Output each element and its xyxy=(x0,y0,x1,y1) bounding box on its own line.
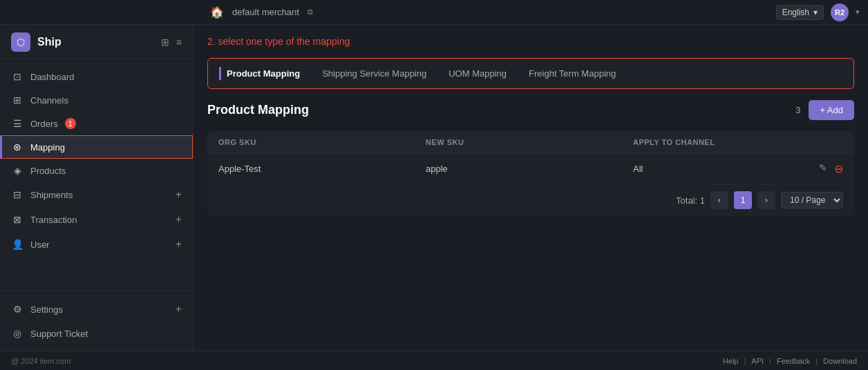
sidebar-item-orders[interactable]: ☰ Orders 1 xyxy=(0,112,193,135)
tab-freight-term-mapping[interactable]: Freight Term Mapping xyxy=(529,67,616,80)
table-header: ORG SKU NEW SKU APPLY TO CHANNEL xyxy=(207,131,854,154)
settings-plus-icon[interactable]: + xyxy=(176,303,182,315)
header-apply-to-channel: APPLY TO CHANNEL xyxy=(633,138,788,146)
tab-uom-mapping[interactable]: UOM Mapping xyxy=(449,67,507,80)
pagination-row: Total: 1 ‹ 1 › 10 / Page 20 / Page 50 / … xyxy=(207,184,854,216)
lang-chevron: ▾ xyxy=(813,8,818,17)
logo-icon: ⬡ xyxy=(11,32,30,52)
sidebar-item-transaction[interactable]: ⊠ Transaction + xyxy=(0,207,193,232)
tab-product-mapping[interactable]: Product Mapping xyxy=(219,67,300,80)
cell-actions: ✎ ⊖ xyxy=(788,162,843,175)
footer-download[interactable]: Download xyxy=(823,357,857,365)
channels-icon: ⊞ xyxy=(11,95,23,106)
mapping-icon: ⊛ xyxy=(11,142,23,153)
products-icon: ◈ xyxy=(11,165,23,176)
dashboard-icon: ⊡ xyxy=(11,71,23,82)
content-area: 2. select one type of the mapping Produc… xyxy=(194,25,868,351)
settings-icon: ⚙ xyxy=(11,304,23,315)
table-row: Apple-Test apple All ✎ ⊖ xyxy=(207,154,854,184)
sidebar-item-settings[interactable]: ⚙ Settings + xyxy=(0,297,193,322)
pagination-next[interactable]: › xyxy=(757,191,775,209)
shipments-plus-icon[interactable]: + xyxy=(176,188,182,201)
footer-api[interactable]: API xyxy=(751,357,764,365)
sidebar-item-label: Channels xyxy=(30,95,68,106)
sidebar-item-label: Dashboard xyxy=(30,72,75,82)
sidebar-nav: ⊡ Dashboard ⊞ Channels ☰ Orders 1 ⊛ Mapp… xyxy=(0,59,193,291)
sidebar-item-label: Settings xyxy=(30,304,63,315)
sidebar-item-products[interactable]: ◈ Products xyxy=(0,159,193,182)
sidebar-item-shipments[interactable]: ⊟ Shipments + xyxy=(0,182,193,207)
orders-icon: ☰ xyxy=(11,118,23,129)
sidebar-item-label: User xyxy=(30,240,49,250)
sidebar-header-icons: ⊞ ≡ xyxy=(161,37,182,48)
footer-help[interactable]: Help xyxy=(723,357,739,365)
sidebar-item-dashboard[interactable]: ⊡ Dashboard xyxy=(0,65,193,88)
avatar-button[interactable]: R2 xyxy=(831,3,849,21)
cell-org-sku: Apple-Test xyxy=(218,164,426,174)
topbar: 🏠 default merchant ⧉ English ▾ R2 ▾ xyxy=(0,0,868,25)
sidebar: ⬡ Ship ⊞ ≡ ⊡ Dashboard ⊞ Channels ☰ Orde… xyxy=(0,25,194,351)
pagination-prev[interactable]: ‹ xyxy=(710,191,728,209)
header-org-sku: ORG SKU xyxy=(218,138,426,146)
avatar-chevron[interactable]: ▾ xyxy=(856,8,860,17)
sidebar-item-label: Support Ticket xyxy=(30,329,88,339)
transaction-icon: ⊠ xyxy=(11,214,23,225)
sidebar-header: ⬡ Ship ⊞ ≡ xyxy=(0,25,193,59)
footer: @ 2024 item.com Help | API | Feedback | … xyxy=(0,351,868,370)
copy-icon[interactable]: ⧉ xyxy=(308,8,313,17)
user-plus-icon[interactable]: + xyxy=(176,238,182,251)
sidebar-item-mapping[interactable]: ⊛ Mapping xyxy=(0,135,193,159)
sidebar-item-label: Shipments xyxy=(30,190,73,200)
menu-icon[interactable]: ≡ xyxy=(176,37,182,48)
mapping-table: ORG SKU NEW SKU APPLY TO CHANNEL Apple-T… xyxy=(207,131,854,216)
topbar-right: English ▾ R2 ▾ xyxy=(776,3,860,21)
section-header: Product Mapping 3 + Add xyxy=(207,100,854,120)
orders-badge: 1 xyxy=(65,118,76,129)
main-layout: ⬡ Ship ⊞ ≡ ⊡ Dashboard ⊞ Channels ☰ Orde… xyxy=(0,25,868,351)
shipments-icon: ⊟ xyxy=(11,189,23,200)
cell-new-sku: apple xyxy=(426,164,633,174)
transaction-plus-icon[interactable]: + xyxy=(176,213,182,226)
sidebar-item-support[interactable]: ◎ Support Ticket xyxy=(0,322,193,345)
cell-apply-to-channel: All xyxy=(633,164,788,174)
pagination-total: Total: 1 xyxy=(676,195,705,206)
pagination-page-1[interactable]: 1 xyxy=(734,191,752,209)
logo-text: Ship xyxy=(37,36,62,48)
topbar-left: 🏠 default merchant ⧉ xyxy=(210,6,313,19)
footer-links: Help | API | Feedback | Download xyxy=(723,357,857,365)
sidebar-item-label: Orders xyxy=(30,119,58,129)
header-actions xyxy=(788,138,843,146)
footer-feedback[interactable]: Feedback xyxy=(777,357,810,365)
lang-label: English xyxy=(782,8,809,17)
header-new-sku: NEW SKU xyxy=(426,138,633,146)
page-size-select[interactable]: 10 / Page 20 / Page 50 / Page xyxy=(781,192,843,208)
grid-icon[interactable]: ⊞ xyxy=(161,37,169,48)
user-icon: 👤 xyxy=(11,239,23,250)
sidebar-item-label: Products xyxy=(30,166,66,176)
edit-icon[interactable]: ✎ xyxy=(819,162,827,175)
sidebar-item-channels[interactable]: ⊞ Channels xyxy=(0,88,193,112)
language-select[interactable]: English ▾ xyxy=(776,5,824,20)
mapping-tabs-container: Product Mapping Shipping Service Mapping… xyxy=(207,58,854,89)
section-title: Product Mapping xyxy=(207,103,309,117)
sidebar-item-label: Mapping xyxy=(30,142,65,153)
home-icon[interactable]: 🏠 xyxy=(210,6,224,19)
step-instruction: 2. select one type of the mapping xyxy=(207,36,854,47)
sidebar-item-label: Transaction xyxy=(30,215,77,225)
add-button[interactable]: + Add xyxy=(809,100,854,120)
delete-icon[interactable]: ⊖ xyxy=(834,162,843,175)
tab-shipping-service-mapping[interactable]: Shipping Service Mapping xyxy=(322,67,426,80)
merchant-name: default merchant xyxy=(232,7,299,17)
sidebar-item-user[interactable]: 👤 User + xyxy=(0,232,193,257)
footer-copyright: @ 2024 item.com xyxy=(11,357,70,365)
step3-label: 3 xyxy=(795,105,800,115)
support-icon: ◎ xyxy=(11,328,23,339)
